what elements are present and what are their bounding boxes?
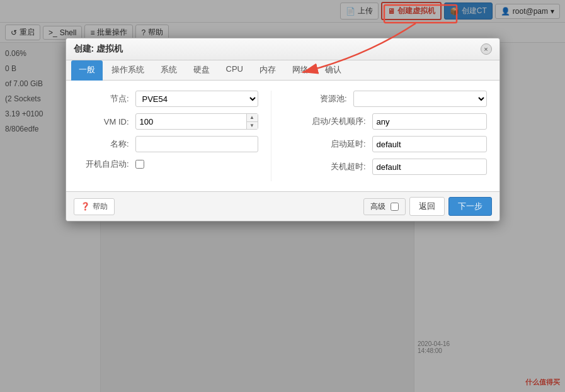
vmid-input[interactable]	[135, 113, 258, 130]
tab-system[interactable]: 系统	[153, 60, 185, 81]
autostart-checkbox[interactable]	[135, 160, 144, 169]
create-vm-modal: 创建: 虚拟机 × 一般 操作系统 系统 硬盘	[66, 38, 500, 221]
resource-pool-select-wrapper	[353, 91, 487, 107]
boot-order-label: 启动/关机顺序:	[297, 116, 372, 127]
modal-close-btn[interactable]: ×	[481, 43, 492, 55]
vmid-spin-btns: ▲ ▼	[246, 114, 258, 129]
modal-body: 节点: PVE54 VM ID:	[66, 81, 499, 191]
back-btn[interactable]: 返回	[409, 197, 445, 216]
left-form: 节点: PVE54 VM ID:	[79, 91, 271, 181]
vmid-spinner: ▲ ▼	[135, 113, 258, 130]
shutdown-timeout-label: 关机超时:	[297, 161, 372, 172]
footer-help-btn[interactable]: ❓ 帮助	[74, 198, 115, 215]
vmid-spin-down[interactable]: ▼	[247, 122, 258, 130]
advanced-checkbox-label[interactable]: 高级	[363, 198, 406, 215]
node-select-wrapper: PVE54	[135, 91, 258, 107]
tab-network[interactable]: 网络	[285, 60, 316, 81]
resource-pool-select[interactable]	[353, 91, 487, 107]
vmid-row: VM ID: ▲ ▼	[79, 113, 258, 130]
tab-confirm[interactable]: 确认	[317, 60, 349, 81]
boot-order-row: 启动/关机顺序:	[297, 113, 487, 130]
resource-pool-label: 资源池:	[297, 93, 353, 104]
modal-footer: ❓ 帮助 高级 返回 下一步	[66, 191, 499, 221]
vmid-label: VM ID:	[79, 117, 135, 126]
advanced-checkbox[interactable]	[391, 203, 399, 211]
tab-os[interactable]: 操作系统	[104, 60, 152, 81]
boot-delay-row: 启动延时:	[297, 136, 487, 152]
tab-memory[interactable]: 内存	[252, 60, 283, 81]
name-row: 名称:	[79, 136, 258, 152]
name-label: 名称:	[79, 138, 135, 150]
name-input[interactable]	[135, 136, 258, 152]
tab-cpu[interactable]: CPU	[219, 60, 251, 81]
modal-header: 创建: 虚拟机 ×	[66, 38, 499, 60]
footer-left: ❓ 帮助	[74, 198, 115, 215]
boot-delay-label: 启动延时:	[297, 138, 372, 150]
autostart-label: 开机自启动:	[79, 159, 135, 170]
shutdown-timeout-input[interactable]	[372, 159, 487, 175]
resource-pool-row: 资源池:	[297, 91, 487, 107]
tab-general[interactable]: 一般	[71, 60, 103, 81]
help-circle-icon: ❓	[81, 202, 90, 211]
modal-tabs: 一般 操作系统 系统 硬盘 CPU 内存 网络	[66, 60, 499, 81]
boot-order-input[interactable]	[372, 113, 487, 130]
right-form: 资源池: 启动/关机顺序:	[284, 91, 487, 181]
shutdown-timeout-row: 关机超时:	[297, 159, 487, 175]
modal-overlay: 创建: 虚拟机 × 一般 操作系统 系统 硬盘	[0, 0, 565, 392]
node-label: 节点:	[79, 93, 135, 104]
next-btn[interactable]: 下一步	[448, 197, 492, 216]
footer-right: 高级 返回 下一步	[363, 197, 492, 216]
boot-delay-input[interactable]	[372, 136, 487, 152]
vmid-spin-up[interactable]: ▲	[247, 114, 258, 122]
autostart-row: 开机自启动:	[79, 159, 258, 170]
tab-disk[interactable]: 硬盘	[186, 60, 217, 81]
node-select[interactable]: PVE54	[135, 91, 258, 107]
modal-title: 创建: 虚拟机	[74, 43, 123, 55]
node-row: 节点: PVE54	[79, 91, 258, 107]
